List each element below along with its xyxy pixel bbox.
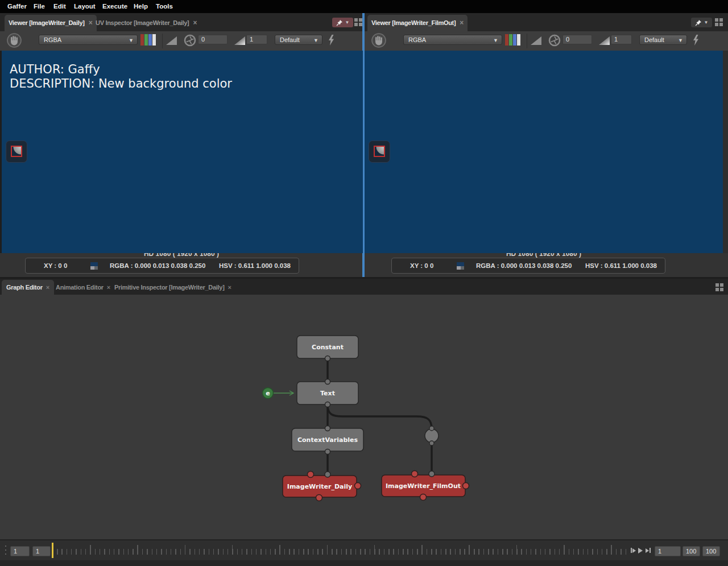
plug[interactable] <box>412 471 418 477</box>
plug[interactable] <box>325 402 330 407</box>
range-end-field[interactable]: 100 <box>682 546 700 556</box>
bottom-tabbar: Graph Editor× Animation Editor× Primitiv… <box>0 279 728 295</box>
node-image-writer-filmout[interactable]: ImageWriter_FilmOut <box>382 471 469 501</box>
plug[interactable] <box>355 483 361 489</box>
display-window-button[interactable] <box>369 141 390 163</box>
plug[interactable] <box>325 426 330 431</box>
display-transform-dropdown[interactable]: Default ▼ <box>639 35 687 45</box>
close-icon[interactable]: × <box>193 19 197 27</box>
channel-colors-icon[interactable] <box>140 34 157 46</box>
svg-text:Text: Text <box>320 390 335 397</box>
pin-button[interactable]: ▼ <box>332 18 353 27</box>
layout-grid-icon[interactable] <box>715 283 723 291</box>
hsv-readout: HSV : 0.611 1.000 0.038 <box>219 258 291 273</box>
menu-layout[interactable]: Layout <box>74 0 96 13</box>
plug[interactable] <box>325 356 330 361</box>
channel-dropdown[interactable]: RGBA ▼ <box>39 35 138 45</box>
tab-graph-editor[interactable]: Graph Editor× <box>2 280 54 295</box>
playback-end-value: 100 <box>706 548 716 555</box>
display-window-button[interactable] <box>6 141 27 163</box>
gamma-icon[interactable] <box>234 36 245 45</box>
tab-label: Primitive Inspector [ImageWriter_Daily] <box>114 284 225 291</box>
tab-uv-inspector[interactable]: UV Inspector [ImageWriter_Daily]× <box>92 15 201 31</box>
tab-label: Viewer [ImageWriter_Daily] <box>9 19 85 26</box>
plug[interactable] <box>316 495 322 501</box>
graph-editor-canvas[interactable]: e Constant Text ContextVariables <box>0 295 728 539</box>
separator <box>162 34 163 48</box>
pin-button[interactable]: ▼ <box>691 18 712 27</box>
pan-hand-icon[interactable] <box>6 32 22 48</box>
lightning-icon[interactable] <box>328 35 334 46</box>
tab-label: UV Inspector [ImageWriter_Daily] <box>96 19 189 26</box>
frame-field[interactable]: 1 <box>32 546 51 556</box>
current-frame-field[interactable]: 1 <box>10 546 30 556</box>
display-transform-dropdown[interactable]: Default ▼ <box>275 35 322 45</box>
exposure-icon[interactable] <box>184 34 196 47</box>
chevron-down-icon: ▼ <box>678 36 683 45</box>
menu-execute[interactable]: Execute <box>102 0 127 13</box>
node-context-variables[interactable]: ContextVariables <box>292 426 363 455</box>
gaffer-window: Gaffer File Edit Layout Execute Help Too… <box>0 0 728 566</box>
plug[interactable] <box>308 472 314 478</box>
viewer-left-toolbar: RGBA ▼ 0 1 <box>0 31 363 51</box>
menu-edit[interactable]: Edit <box>53 0 66 13</box>
close-icon[interactable]: × <box>46 284 49 291</box>
plug[interactable] <box>429 426 434 431</box>
gamma-value: 1 <box>614 36 618 43</box>
range-start-field[interactable]: 1 <box>655 546 681 556</box>
plug[interactable] <box>325 472 330 477</box>
layout-grid-icon[interactable] <box>354 18 362 26</box>
viewer-right-image[interactable] <box>365 51 723 253</box>
svg-text:ImageWriter_FilmOut: ImageWriter_FilmOut <box>386 482 461 490</box>
lightning-icon[interactable] <box>693 35 699 46</box>
exposure-field[interactable]: 0 <box>198 35 228 44</box>
menu-file[interactable]: File <box>34 0 45 13</box>
layout-grid-icon[interactable] <box>715 18 723 26</box>
tab-primitive-inspector[interactable]: Primitive Inspector [ImageWriter_Daily]× <box>110 280 236 295</box>
node-dot[interactable] <box>425 426 439 445</box>
skip-to-start-button[interactable] <box>631 548 636 553</box>
gamma-field[interactable]: 1 <box>246 35 267 44</box>
menu-gaffer[interactable]: Gaffer <box>7 0 27 13</box>
clipping-icon[interactable] <box>166 36 177 45</box>
playhead[interactable] <box>52 543 53 558</box>
plug[interactable] <box>325 379 330 385</box>
chevron-down-icon: ▼ <box>704 20 709 25</box>
menu-bar: Gaffer File Edit Layout Execute Help Too… <box>0 0 728 13</box>
close-icon[interactable]: × <box>228 284 231 291</box>
channel-dropdown[interactable]: RGBA ▼ <box>403 35 502 45</box>
range-end-value: 100 <box>686 548 696 555</box>
svg-text:Constant: Constant <box>312 344 344 351</box>
node-text[interactable]: Text <box>297 379 358 407</box>
close-icon[interactable]: × <box>460 19 464 27</box>
node-image-writer-daily[interactable]: ImageWriter_Daily <box>283 472 361 501</box>
viewer-left-tabbar: Viewer [ImageWriter_Daily]× UV Inspector… <box>0 13 363 31</box>
menu-tools[interactable]: Tools <box>156 0 173 13</box>
exposure-icon[interactable] <box>548 34 561 47</box>
channel-value: RGBA <box>408 36 426 43</box>
play-button[interactable] <box>638 548 643 553</box>
drag-handle[interactable] <box>5 546 6 556</box>
plug[interactable] <box>429 471 435 477</box>
plug[interactable] <box>420 494 427 501</box>
clipping-icon[interactable] <box>531 36 541 45</box>
gamma-field[interactable]: 1 <box>611 35 632 44</box>
rgba-readout: RGBA : 0.000 0.013 0.038 0.250 <box>110 258 205 273</box>
plug[interactable] <box>429 441 434 445</box>
pan-hand-icon[interactable] <box>371 32 387 48</box>
expression-node[interactable]: e <box>263 388 294 399</box>
plug[interactable] <box>463 483 469 489</box>
viewer-left-image[interactable]: AUTHOR: Gaffy DESCRIPTION: New backgroun… <box>2 51 363 253</box>
plug[interactable] <box>325 449 330 455</box>
node-constant[interactable]: Constant <box>297 336 358 361</box>
pixel-color-swatch <box>457 262 464 270</box>
tab-viewer-imagewriter-filmout[interactable]: Viewer [ImageWriter_FilmOut]× <box>367 15 468 31</box>
playback-end-field[interactable]: 100 <box>702 546 720 556</box>
tab-animation-editor[interactable]: Animation Editor× <box>51 280 115 295</box>
gamma-icon[interactable] <box>599 36 610 45</box>
tab-viewer-imagewriter-daily[interactable]: Viewer [ImageWriter_Daily]× <box>5 15 97 31</box>
exposure-field[interactable]: 0 <box>562 35 592 44</box>
channel-colors-icon[interactable] <box>505 34 522 46</box>
skip-to-end-button[interactable] <box>646 548 651 553</box>
menu-help[interactable]: Help <box>134 0 148 13</box>
